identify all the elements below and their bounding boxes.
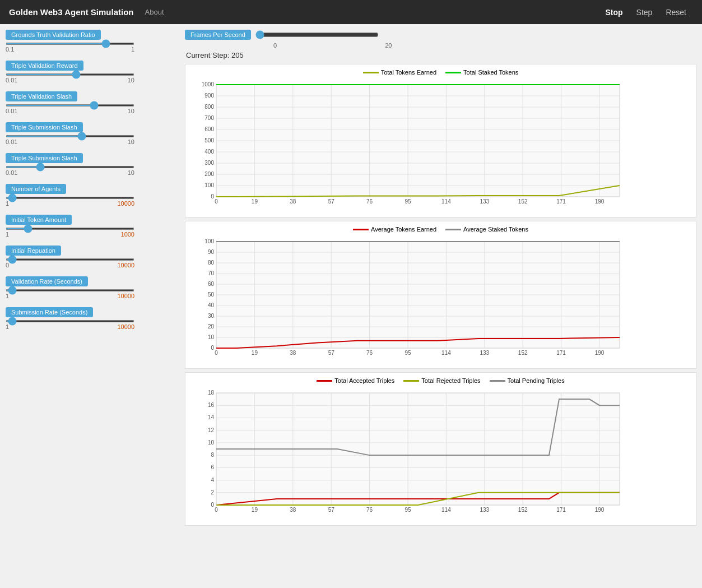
svg-text:30: 30: [208, 313, 215, 319]
about-link[interactable]: About: [145, 8, 164, 16]
svg-text:114: 114: [441, 198, 451, 205]
legend-label-2-1: Total Rejected Triples: [421, 377, 480, 384]
svg-text:50: 50: [208, 291, 215, 298]
svg-text:38: 38: [290, 507, 296, 513]
legend-item-1-0: Average Tokens Earned: [353, 226, 436, 233]
slider-input-2[interactable]: [6, 104, 134, 107]
svg-text:8: 8: [211, 452, 214, 458]
svg-text:57: 57: [328, 198, 335, 205]
navbar: Golden Web3 Agent Simulation About Stop …: [0, 0, 702, 24]
legend-line-0-1: [445, 72, 461, 73]
svg-text:70: 70: [208, 270, 215, 276]
svg-text:0: 0: [215, 350, 218, 356]
legend-line-1-0: [353, 229, 369, 230]
legend-item-0-0: Total Tokens Earned: [363, 69, 436, 76]
slider-max-3: 10: [128, 138, 134, 145]
slider-group-5: Number of Agents110000: [6, 184, 179, 207]
slider-input-7[interactable]: [6, 258, 134, 261]
svg-text:95: 95: [405, 350, 411, 356]
svg-text:600: 600: [204, 126, 214, 132]
current-step: Current Step: 205: [186, 51, 696, 59]
svg-text:6: 6: [211, 464, 214, 470]
svg-text:190: 190: [595, 507, 605, 513]
slider-input-5[interactable]: [6, 197, 134, 199]
slider-label-5: Number of Agents: [6, 184, 66, 194]
svg-text:171: 171: [556, 350, 566, 356]
svg-text:0: 0: [215, 507, 218, 513]
svg-text:152: 152: [518, 198, 528, 205]
svg-text:60: 60: [208, 281, 215, 287]
svg-text:400: 400: [204, 149, 214, 155]
svg-text:40: 40: [208, 302, 215, 308]
svg-text:4: 4: [211, 477, 214, 483]
svg-text:80: 80: [208, 260, 215, 266]
chart-container-2: Total Accepted TriplesTotal Rejected Tri…: [185, 372, 696, 526]
svg-text:200: 200: [204, 171, 214, 177]
slider-min-1: 0.01: [6, 77, 17, 84]
right-panel: Frames Per Second 0 20 Current Step: 205…: [185, 30, 696, 529]
slider-label-1: Triple Validation Reward: [6, 61, 83, 71]
slider-min-4: 0.01: [6, 169, 17, 176]
legend-line-1-1: [445, 229, 461, 230]
slider-label-7: Initial Repuation: [6, 246, 61, 256]
svg-text:57: 57: [328, 350, 335, 356]
chart-container-1: Average Tokens EarnedAverage Staked Toke…: [185, 221, 696, 369]
svg-text:171: 171: [556, 198, 566, 205]
svg-text:18: 18: [208, 390, 215, 396]
legend-item-2-1: Total Rejected Triples: [403, 377, 480, 384]
step-button[interactable]: Step: [630, 4, 659, 20]
slider-input-0[interactable]: [6, 43, 134, 45]
legend-line-0-0: [363, 72, 379, 73]
svg-text:114: 114: [441, 507, 451, 513]
svg-text:12: 12: [208, 427, 215, 433]
slider-label-9: Submission Rate (Seconds): [6, 307, 93, 317]
slider-max-1: 10: [128, 77, 134, 84]
slider-min-6: 1: [6, 231, 9, 238]
reset-button[interactable]: Reset: [659, 4, 693, 20]
fps-label: Frames Per Second: [185, 30, 251, 40]
svg-text:57: 57: [328, 507, 335, 513]
slider-min-5: 1: [6, 200, 9, 207]
slider-input-6[interactable]: [6, 228, 134, 230]
slider-label-6: Initial Token Amount: [6, 215, 72, 225]
svg-text:19: 19: [252, 198, 258, 205]
left-panel: Grounds Truth Validation Ratio0.11Triple…: [6, 30, 179, 529]
fps-slider[interactable]: [255, 30, 379, 39]
fps-row: Frames Per Second: [185, 30, 696, 40]
legend-item-2-0: Total Accepted Triples: [317, 377, 394, 384]
svg-text:133: 133: [480, 350, 489, 356]
slider-min-0: 0.1: [6, 46, 14, 53]
legend-item-0-1: Total Staked Tokens: [445, 69, 518, 76]
legend-label-2-2: Total Pending Triples: [508, 377, 565, 384]
legend-line-2-1: [403, 380, 419, 382]
svg-text:800: 800: [204, 104, 214, 110]
slider-max-0: 1: [131, 46, 134, 53]
slider-input-9[interactable]: [6, 320, 134, 322]
svg-text:10: 10: [208, 334, 215, 340]
slider-label-0: Grounds Truth Validation Ratio: [6, 30, 101, 40]
svg-text:38: 38: [290, 350, 296, 356]
stop-button[interactable]: Stop: [599, 4, 630, 20]
svg-text:19: 19: [252, 507, 258, 513]
svg-text:20: 20: [208, 323, 215, 330]
legend-label-2-0: Total Accepted Triples: [334, 377, 394, 384]
svg-text:76: 76: [366, 350, 373, 356]
svg-text:95: 95: [405, 507, 411, 513]
svg-text:0: 0: [211, 193, 214, 200]
svg-text:190: 190: [595, 198, 605, 205]
slider-max-4: 10: [128, 169, 134, 176]
svg-text:14: 14: [208, 414, 215, 420]
slider-group-4: Triple Submission Slash0.0110: [6, 153, 179, 176]
slider-input-4[interactable]: [6, 166, 134, 168]
slider-group-8: Validation Rate (Seconds)110000: [6, 276, 179, 299]
svg-text:133: 133: [480, 198, 489, 205]
slider-input-1[interactable]: [6, 73, 134, 76]
svg-text:0: 0: [211, 502, 214, 508]
chart-legend-1: Average Tokens EarnedAverage Staked Toke…: [191, 226, 690, 233]
slider-input-8[interactable]: [6, 289, 134, 291]
slider-group-6: Initial Token Amount11000: [6, 215, 179, 238]
svg-text:1000: 1000: [202, 81, 215, 87]
legend-label-1-1: Average Staked Tokens: [463, 226, 528, 233]
slider-group-1: Triple Validation Reward0.0110: [6, 61, 179, 84]
slider-input-3[interactable]: [6, 135, 134, 137]
